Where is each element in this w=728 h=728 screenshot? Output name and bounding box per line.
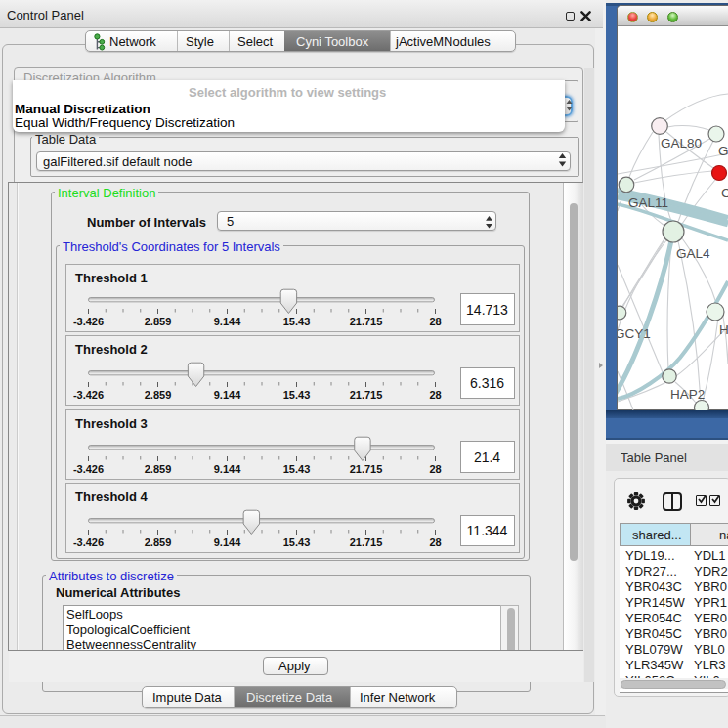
svg-text:GAL4: GAL4 [676,246,710,261]
svg-text:GCY1: GCY1 [618,326,651,341]
svg-text:GAL80: GAL80 [661,136,702,150]
svg-text:HAP2: HAP2 [670,387,705,402]
svg-text:GA: GA [718,144,728,158]
svg-text:GAL11: GAL11 [628,195,668,210]
svg-text:C: C [721,186,728,200]
svg-text:H: H [719,322,728,337]
